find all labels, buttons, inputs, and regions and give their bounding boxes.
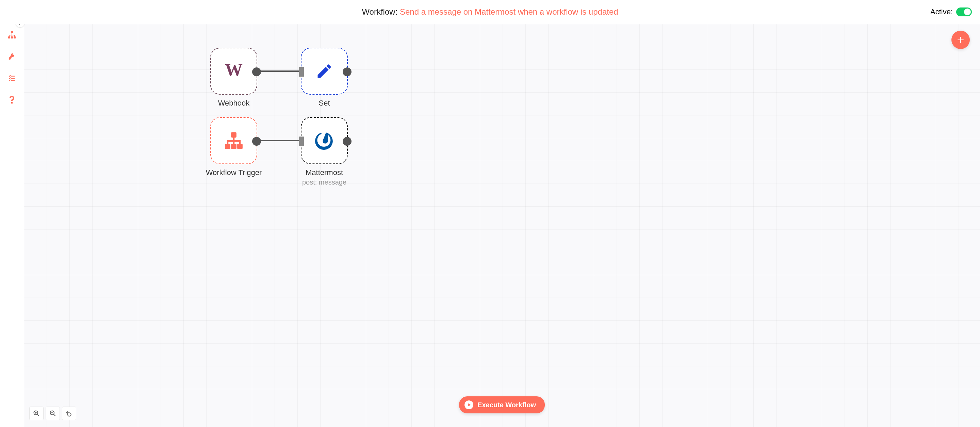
zoom-out-button[interactable] [46, 406, 60, 420]
webhook-icon: W [224, 61, 244, 81]
output-port[interactable] [343, 137, 352, 146]
input-port[interactable] [299, 137, 304, 146]
svg-rect-11 [231, 144, 237, 149]
canvas[interactable]: W Webhook Set Workflow Trigger [24, 24, 980, 427]
svg-rect-12 [237, 144, 243, 149]
execute-workflow-button[interactable]: Execute Workflow [459, 396, 545, 413]
connection-trigger-mattermost[interactable] [257, 140, 301, 141]
svg-rect-4 [11, 31, 13, 33]
sitemap-icon [8, 31, 16, 39]
header-bar: Workflow: Send a message on Mattermost w… [0, 0, 980, 24]
add-node-button[interactable] [951, 31, 970, 49]
node-set[interactable]: Set [301, 48, 348, 95]
node-label: Webhook [189, 99, 278, 108]
sidebar [0, 0, 24, 427]
active-label: Active: [930, 8, 953, 16]
svg-rect-9 [231, 132, 237, 137]
pencil-icon [315, 62, 333, 80]
svg-rect-5 [8, 37, 10, 38]
toggle-knob [964, 8, 971, 15]
node-sublabel: post: message [280, 178, 369, 186]
node-webhook[interactable]: W Webhook [210, 48, 257, 95]
svg-rect-6 [11, 37, 13, 38]
zoom-controls [29, 406, 76, 420]
sidebar-item-executions[interactable] [0, 67, 24, 89]
node-label: Set [280, 99, 369, 108]
key-icon [8, 53, 16, 60]
output-port[interactable] [252, 137, 261, 146]
node-label: Mattermost [280, 168, 369, 177]
sidebar-item-credentials[interactable] [0, 46, 24, 67]
active-toggle[interactable] [956, 8, 972, 16]
workflow-name: Send a message on Mattermost when a work… [400, 7, 618, 16]
zoom-out-icon [49, 410, 56, 417]
workflow-title[interactable]: Workflow: Send a message on Mattermost w… [362, 7, 618, 17]
node-label: Workflow Trigger [189, 168, 278, 177]
mattermost-icon [315, 131, 334, 150]
workflow-title-prefix: Workflow: [362, 7, 400, 16]
input-port[interactable] [299, 67, 304, 76]
node-mattermost[interactable]: Mattermost post: message [301, 117, 348, 164]
list-icon [8, 75, 16, 82]
svg-rect-7 [14, 37, 16, 38]
zoom-in-icon [33, 410, 40, 417]
node-workflow-trigger[interactable]: Workflow Trigger [210, 117, 257, 164]
output-port[interactable] [252, 67, 261, 76]
sitemap-icon [224, 131, 243, 150]
question-icon [9, 96, 14, 104]
output-port[interactable] [343, 67, 352, 76]
plus-icon [956, 36, 965, 44]
zoom-in-button[interactable] [29, 406, 43, 420]
undo-icon [66, 410, 73, 417]
header-right: Active: [930, 0, 972, 24]
connection-webhook-set[interactable] [257, 70, 301, 72]
play-icon [465, 400, 473, 409]
sidebar-item-help[interactable] [0, 89, 24, 111]
zoom-reset-button[interactable] [62, 406, 76, 420]
execute-label: Execute Workflow [477, 401, 536, 409]
svg-rect-10 [225, 144, 231, 149]
svg-text:W: W [225, 61, 243, 80]
